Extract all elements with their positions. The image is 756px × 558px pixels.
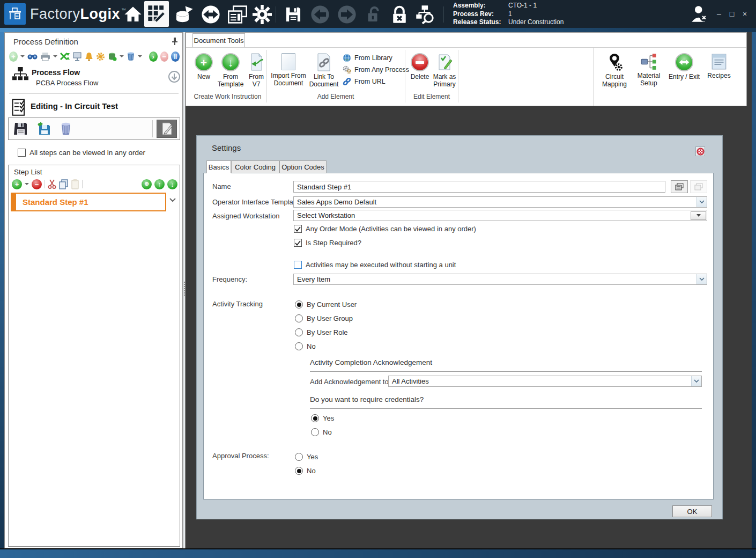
- dropdown-button[interactable]: [691, 211, 706, 220]
- cut-icon[interactable]: [48, 179, 56, 189]
- from-template-button[interactable]: ↓ From Template: [216, 51, 245, 88]
- entry-exit-icon: [675, 53, 693, 71]
- add-step-icon[interactable]: +: [12, 179, 22, 189]
- go-icon[interactable]: ›: [149, 52, 158, 62]
- process-definition-nav-button[interactable]: [144, 1, 169, 27]
- paste-icon[interactable]: [71, 179, 79, 189]
- from-url-button[interactable]: From URL: [343, 76, 409, 87]
- by-current-user-radio[interactable]: [295, 300, 303, 309]
- credentials-no-option: No: [311, 428, 332, 436]
- from-any-process-button[interactable]: From Any Process: [343, 64, 409, 76]
- redo-button[interactable]: [335, 2, 359, 27]
- from-library-button[interactable]: From Library: [343, 52, 409, 64]
- tab-color-coding[interactable]: Color Coding: [231, 160, 279, 173]
- tracking-no-radio[interactable]: [295, 342, 303, 350]
- home-nav-button[interactable]: [121, 2, 145, 27]
- import-from-document-button[interactable]: Import From Document: [271, 51, 306, 87]
- any-order-mode-checkbox[interactable]: [294, 225, 302, 233]
- edit-mode-toggle-button[interactable]: [157, 120, 177, 138]
- copy-name-button[interactable]: [671, 180, 688, 193]
- pin-icon[interactable]: [171, 37, 179, 46]
- move-up-icon[interactable]: ↑: [154, 179, 165, 189]
- link-to-document-button[interactable]: Link To Document: [307, 51, 340, 88]
- stop-icon[interactable]: −: [160, 52, 169, 62]
- logout-user-button[interactable]: [688, 3, 711, 25]
- from-template-label: From Template: [216, 73, 245, 88]
- presentation-icon[interactable]: [72, 52, 82, 61]
- remove-step-icon[interactable]: −: [32, 179, 42, 189]
- shuffle-icon[interactable]: [60, 52, 70, 61]
- print-dropdown-icon[interactable]: [53, 55, 57, 57]
- delete-step-button[interactable]: [56, 120, 76, 138]
- zoom-step-icon[interactable]: ⊕: [142, 179, 152, 189]
- approval-no-radio[interactable]: [295, 467, 303, 475]
- is-step-required-checkbox[interactable]: [294, 239, 302, 247]
- approval-yes-radio[interactable]: [295, 453, 303, 461]
- pause-icon[interactable]: ‖: [171, 52, 180, 62]
- save-as-button[interactable]: [33, 120, 54, 138]
- ok-button[interactable]: OK: [672, 505, 712, 517]
- bell-icon[interactable]: [85, 52, 93, 61]
- from-v7-button[interactable]: From V7: [246, 51, 266, 88]
- materials-nav-button[interactable]: [172, 2, 196, 27]
- new-label: New: [197, 73, 210, 80]
- step-expand-chevron-icon[interactable]: [169, 197, 176, 203]
- unlock-button[interactable]: [361, 2, 386, 27]
- settings-nav-button[interactable]: [250, 2, 275, 27]
- close-button[interactable]: ×: [739, 9, 751, 20]
- circuit-mapping-button[interactable]: Circuit Mapping: [599, 51, 630, 88]
- frequency-select[interactable]: Every Item: [293, 274, 707, 285]
- by-user-role-radio[interactable]: [295, 328, 303, 336]
- move-down-icon[interactable]: ↓: [167, 179, 177, 189]
- collapse-circle-icon[interactable]: [168, 70, 181, 83]
- assigned-workstation-select[interactable]: Select Workstation: [293, 210, 707, 221]
- dialog-close-button[interactable]: [695, 146, 705, 156]
- tab-basics[interactable]: Basics: [206, 160, 231, 173]
- mark-as-primary-button[interactable]: Mark as Primary: [433, 51, 456, 88]
- recipes-button[interactable]: Recipes: [705, 51, 733, 79]
- undo-button[interactable]: [308, 2, 332, 27]
- by-user-group-radio[interactable]: [295, 314, 303, 322]
- add-process-icon[interactable]: +: [9, 52, 18, 62]
- maximize-button[interactable]: □: [726, 9, 738, 20]
- documents-nav-button[interactable]: [225, 2, 250, 27]
- minimize-button[interactable]: –: [713, 9, 725, 20]
- approval-no-label: No: [307, 467, 316, 475]
- archive-icon[interactable]: [127, 52, 135, 61]
- without-unit-checkbox[interactable]: [294, 261, 302, 269]
- process-flow-row[interactable]: Process Flow PCBA Process Flow: [5, 66, 183, 92]
- process-audit-button[interactable]: [413, 2, 438, 27]
- print-icon[interactable]: [40, 52, 50, 61]
- copy-icon[interactable]: [59, 179, 68, 189]
- add-acknowledgement-select[interactable]: All Activities: [388, 376, 702, 387]
- step-list-title: Step List: [14, 168, 42, 176]
- by-user-group-label: By User Group: [307, 314, 353, 322]
- tab-document-tools[interactable]: Document Tools: [192, 33, 245, 47]
- export-data-icon[interactable]: [108, 52, 117, 61]
- name-input[interactable]: [293, 181, 665, 193]
- new-work-instruction-button[interactable]: + New: [192, 51, 215, 80]
- gear-gold-icon[interactable]: [96, 52, 105, 61]
- tab-option-codes[interactable]: Option Codes: [279, 160, 327, 173]
- operator-interface-template-select[interactable]: Sales Apps Demo Default: [293, 196, 707, 208]
- save-step-button[interactable]: [11, 120, 31, 138]
- checklist-icon: [11, 98, 27, 116]
- paste-name-button[interactable]: [690, 180, 707, 193]
- credentials-no-radio[interactable]: [311, 428, 319, 436]
- material-setup-button[interactable]: Material Setup: [634, 51, 663, 87]
- add-dropdown-icon[interactable]: [20, 55, 25, 57]
- lock-release-button[interactable]: [387, 2, 412, 27]
- save-button[interactable]: [281, 2, 306, 27]
- credentials-yes-radio[interactable]: [311, 414, 319, 422]
- all-steps-any-order-checkbox[interactable]: [18, 149, 26, 157]
- step-list-item[interactable]: Standard Step #1: [11, 193, 166, 211]
- entry-exit-button[interactable]: Entry / Exit: [666, 51, 702, 80]
- back-icon: [310, 5, 330, 24]
- archive-dropdown-icon[interactable]: [138, 55, 142, 57]
- delete-element-button[interactable]: Delete: [408, 51, 432, 80]
- sync-nav-button[interactable]: [198, 2, 223, 27]
- find-icon[interactable]: [27, 52, 38, 61]
- add-step-dropdown-icon[interactable]: [25, 183, 29, 185]
- brand-bold: Logix: [80, 6, 121, 23]
- export-dropdown-icon[interactable]: [120, 55, 124, 57]
